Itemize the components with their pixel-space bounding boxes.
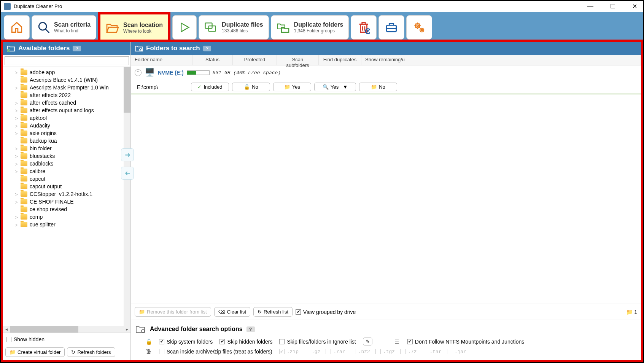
tree-item[interactable]: backup kua — [4, 137, 130, 145]
tree-scroll-thumb[interactable] — [124, 67, 130, 113]
expand-caret[interactable]: ▷ — [14, 131, 18, 135]
skip-hidden-checkbox[interactable]: ✔ — [219, 339, 225, 344]
ext-option[interactable]: .tar — [422, 349, 441, 355]
status-pill[interactable]: ✓Included — [191, 83, 229, 91]
create-virtual-folder-button[interactable]: 📁 Create virtual folder — [5, 347, 65, 357]
col-protected[interactable]: Protected — [233, 55, 277, 65]
tree-item[interactable]: ▷axie origins — [4, 129, 130, 137]
remove-from-search-button[interactable]: ➜ — [121, 167, 134, 180]
ext-option[interactable]: .bz2 — [351, 349, 370, 355]
col-scan-subfolders[interactable]: Scan subfolders — [277, 55, 319, 65]
scan-criteria-button[interactable]: Scan criteria What to find — [32, 15, 96, 40]
ext-option[interactable]: .gz — [304, 349, 320, 355]
ext-checkbox[interactable] — [400, 349, 405, 354]
skip-hidden-row[interactable]: ✔Skip hidden folders — [219, 339, 272, 345]
ext-checkbox[interactable] — [351, 349, 356, 354]
adv-help-badge[interactable]: ? — [246, 326, 255, 332]
show-hidden-row[interactable]: Show hidden — [6, 335, 127, 344]
expand-caret[interactable]: ▷ — [14, 108, 18, 113]
expand-caret[interactable]: ▷ — [14, 169, 18, 174]
ext-checkbox[interactable] — [375, 349, 381, 354]
help-badge[interactable]: ? — [73, 46, 81, 51]
expand-caret[interactable]: ▷ — [14, 124, 18, 128]
expand-caret[interactable]: ▷ — [14, 101, 18, 105]
tree-item[interactable]: ▷Audacity — [4, 122, 130, 129]
ext-checkbox[interactable] — [422, 349, 427, 354]
col-folder-name[interactable]: Folder name — [131, 55, 192, 65]
expand-caret[interactable]: ▷ — [14, 192, 18, 196]
hscroll-right-arrow[interactable]: ► — [124, 326, 130, 333]
ext-option[interactable]: .7z — [400, 349, 417, 355]
search-folder-row[interactable]: E:\comp\ ✓Included 🔓No 📁Yes 🔍Yes▼ 📁No — [131, 80, 641, 94]
tree-item[interactable]: ▷cue splitter — [4, 221, 130, 228]
expand-caret[interactable]: ▷ — [14, 215, 18, 219]
find-dup-pill[interactable]: 🔍Yes▼ — [314, 83, 356, 91]
expand-caret[interactable]: ▷ — [14, 162, 18, 166]
tree-item[interactable]: ▷after effects cached — [4, 99, 130, 107]
hscroll-left-arrow[interactable]: ◄ — [3, 326, 10, 333]
col-status[interactable]: Status — [192, 55, 233, 65]
tree-item[interactable]: Aescripts Blace v1.4.1 (WIN) — [4, 76, 130, 84]
expand-caret[interactable]: ▷ — [14, 70, 18, 75]
expand-caret[interactable]: ▷ — [14, 223, 18, 227]
duplicate-folders-button[interactable]: Duplicate folders 1,348 Folder groups — [271, 15, 349, 40]
ext-option[interactable]: ✔.zip — [279, 349, 299, 355]
refresh-list-button[interactable]: ↻Refresh list — [253, 307, 293, 317]
tree-item[interactable]: ▷CE SHOP FINALE — [4, 198, 130, 205]
ext-option[interactable]: .jar — [447, 349, 466, 355]
skip-ignore-row[interactable]: Skip files/folders in Ignore list — [279, 339, 356, 345]
edit-ignore-button[interactable]: ✎ — [363, 338, 372, 345]
tree-item[interactable]: ▷apktool — [4, 114, 130, 122]
refresh-folders-button[interactable]: ↻ Refresh folders — [67, 347, 115, 357]
remaining-pill[interactable]: 📁No — [359, 83, 397, 91]
folder-tree[interactable]: ▷adobe appAescripts Blace v1.4.1 (WIN)▷A… — [3, 67, 130, 326]
tree-item[interactable]: ▷CCStopper_v1.2.2-hotfix.1 — [4, 190, 130, 198]
grouped-by-drive-row[interactable]: ✔ View grouped by drive — [296, 308, 356, 316]
ext-option[interactable]: .tgz — [375, 349, 395, 355]
tree-hscrollbar[interactable]: ◄ ► — [3, 326, 130, 333]
ext-checkbox[interactable] — [304, 349, 309, 354]
col-find-duplicates[interactable]: Find duplicates — [319, 55, 361, 65]
tree-scrollbar[interactable] — [124, 67, 130, 326]
help-badge-2[interactable]: ? — [203, 46, 211, 51]
clear-list-button[interactable]: ⌫Clear list — [214, 307, 251, 317]
tree-item[interactable]: ▷adobe app — [4, 68, 130, 76]
tree-item[interactable]: capcut output — [4, 183, 130, 190]
ext-option[interactable]: .rar — [326, 349, 345, 355]
skip-ignore-checkbox[interactable] — [279, 339, 285, 344]
ntfs-row[interactable]: ✔Don't Follow NTFS Mountpoints and Junct… — [407, 339, 524, 345]
tree-item[interactable]: ▷comp — [4, 213, 130, 221]
tree-item[interactable]: ▷bin folder — [4, 145, 130, 152]
grouped-checkbox[interactable]: ✔ — [296, 309, 301, 315]
remove-folder-button[interactable]: 📁Remove this folder from list — [135, 307, 211, 317]
subfolders-pill[interactable]: 📁Yes — [273, 83, 311, 91]
folder-search-input[interactable] — [5, 56, 129, 65]
tree-item[interactable]: capcut — [4, 175, 130, 183]
duplicate-files-button[interactable]: Duplicate files 133,486 files — [199, 15, 269, 40]
tree-item[interactable]: ▷after effects ouput and logs — [4, 107, 130, 114]
expand-caret[interactable]: ▷ — [14, 146, 18, 151]
toolbox-button[interactable] — [378, 15, 404, 40]
tree-item[interactable]: after effects 2022 — [4, 91, 130, 99]
add-to-search-button[interactable]: ➜ — [121, 148, 134, 161]
expand-caret[interactable]: ▷ — [14, 154, 18, 158]
minimize-button[interactable]: — — [584, 2, 596, 11]
show-hidden-checkbox[interactable] — [6, 337, 11, 342]
hscroll-thumb[interactable] — [10, 326, 78, 333]
expand-caret[interactable]: ▷ — [14, 200, 18, 204]
tree-item[interactable]: ▷Aescripts Mask Prompter 1.0 Win — [4, 84, 130, 91]
settings-button[interactable] — [406, 15, 432, 40]
start-scan-button[interactable] — [172, 15, 197, 40]
scan-location-button[interactable]: Scan location Where to look — [98, 12, 170, 40]
ext-checkbox[interactable] — [326, 349, 331, 354]
tree-item[interactable]: ▷bluestacks — [4, 152, 130, 160]
protected-pill[interactable]: 🔓No — [232, 83, 270, 91]
expand-caret[interactable]: ▷ — [14, 116, 18, 120]
ext-checkbox[interactable]: ✔ — [279, 349, 285, 354]
collapse-icon[interactable]: ˄ — [135, 69, 142, 76]
tree-item[interactable]: ▷calibre — [4, 167, 130, 175]
tree-item[interactable]: ce shop revised — [4, 205, 130, 213]
close-button[interactable]: ✕ — [629, 2, 640, 11]
drive-row[interactable]: ˄ 🖥️ NVME (E:) 931 GB (40% Free space) — [131, 65, 641, 80]
home-button[interactable] — [4, 15, 30, 40]
